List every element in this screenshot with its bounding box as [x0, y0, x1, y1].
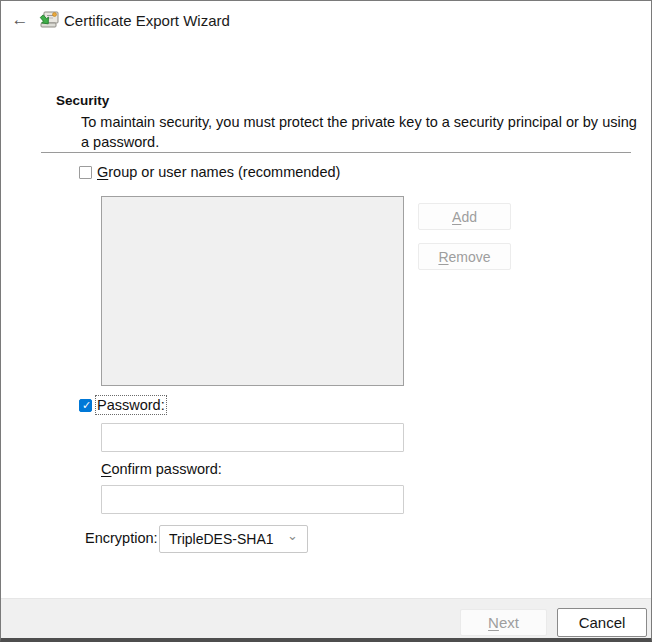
add-button-label-rest: dd [461, 209, 477, 225]
add-button-accesskey: A [452, 209, 461, 225]
confirm-password-input[interactable] [101, 485, 404, 514]
cancel-button[interactable]: Cancel [557, 608, 647, 637]
remove-button-accesskey: R [438, 249, 448, 265]
wizard-footer: Next Cancel [1, 598, 651, 638]
next-button-label-rest: ext [499, 614, 519, 631]
password-checkbox-row[interactable]: ✓ Password: [79, 397, 165, 413]
certificate-export-icon [38, 10, 60, 30]
remove-button[interactable]: Remove [418, 243, 511, 270]
group-user-names-listbox[interactable] [101, 196, 404, 386]
next-button-accesskey: N [488, 614, 499, 631]
chevron-down-icon: ⌄ [287, 528, 298, 543]
group-user-names-checkbox-row[interactable]: Group or user names (recommended) [79, 164, 340, 180]
page-description-line2: a password. [81, 132, 637, 152]
encryption-dropdown[interactable]: TripleDES-SHA1 ⌄ [159, 525, 308, 553]
group-user-names-label-rest: roup or user names (recommended) [108, 164, 340, 180]
encryption-label: Encryption: [85, 530, 158, 546]
confirm-password-label: Confirm password: [101, 461, 222, 477]
page-description: To maintain security, you must protect t… [81, 112, 637, 152]
add-button[interactable]: Add [418, 203, 511, 230]
window-title: Certificate Export Wizard [64, 12, 230, 29]
back-button[interactable]: ← [9, 9, 31, 31]
remove-button-label-rest: emove [449, 249, 491, 265]
password-checkbox[interactable]: ✓ [79, 399, 92, 412]
section-divider [41, 152, 631, 153]
encryption-selected-value: TripleDES-SHA1 [169, 531, 274, 547]
next-button[interactable]: Next [460, 609, 547, 636]
checkmark-icon: ✓ [80, 399, 93, 412]
group-user-names-accesskey: G [97, 164, 108, 180]
page-description-line1: To maintain security, you must protect t… [81, 112, 637, 132]
password-input[interactable] [101, 423, 404, 452]
group-user-names-label: Group or user names (recommended) [97, 164, 340, 180]
confirm-password-label-rest: onfirm password: [111, 461, 221, 477]
certificate-export-wizard-window: ← Certificate Export Wizard Security To … [0, 0, 652, 642]
password-label: Password: [97, 397, 165, 413]
page-heading: Security [56, 93, 109, 108]
group-user-names-checkbox[interactable] [79, 166, 92, 179]
confirm-password-accesskey: C [101, 461, 111, 477]
